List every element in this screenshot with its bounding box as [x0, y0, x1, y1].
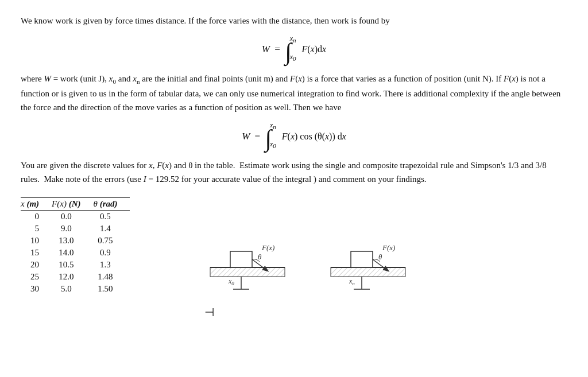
table-cell: 1.3: [94, 259, 130, 271]
equals-1: =: [272, 44, 283, 55]
svg-text:F(x): F(x): [382, 243, 395, 252]
intro-text: We know work is given by force times dis…: [21, 16, 390, 25]
table-cell: 30: [21, 283, 52, 295]
table-cell: 0: [21, 211, 52, 223]
diagram-right-svg: θ F(x) xn: [325, 226, 423, 301]
limits-2: xn x0: [270, 121, 276, 149]
table-cell: 25: [21, 271, 52, 283]
svg-rect-13: [351, 251, 373, 267]
table-cell: 0.5: [94, 211, 130, 223]
equals-2: =: [252, 131, 262, 142]
formula-1-display: W = ∫ xn x0 F(x)dx: [21, 36, 567, 64]
lower-limit-1: x0: [290, 53, 296, 62]
svg-text:θ: θ: [378, 252, 382, 261]
svg-text:F(x): F(x): [261, 243, 274, 252]
svg-text:θ: θ: [258, 252, 262, 261]
table-cell: 1.50: [94, 283, 130, 295]
table-cell: 5: [21, 223, 52, 235]
table-row: 1514.00.9: [21, 247, 130, 259]
table-row: 2512.01.48: [21, 271, 130, 283]
bottom-marker: ⊣: [204, 305, 567, 319]
table-cell: 9.0: [52, 223, 93, 235]
main-layout: x (m) F(x) (N) θ (rad) 00.00.559.01.4101…: [21, 192, 567, 319]
table-cell: 10: [21, 235, 52, 247]
svg-rect-1: [210, 267, 285, 277]
limits-1: xn x0: [290, 34, 296, 63]
table-cell: 10.5: [52, 259, 93, 271]
table-row: 305.01.50: [21, 283, 130, 295]
content-area: We know work is given by force times dis…: [21, 14, 567, 319]
svg-rect-11: [331, 267, 405, 277]
diagram-left: θ F(x) x0: [204, 226, 302, 303]
col-theta: θ (rad): [94, 198, 130, 211]
W-label-2: W: [242, 131, 250, 142]
data-table: x (m) F(x) (N) θ (rad) 00.00.559.01.4101…: [21, 197, 130, 295]
left-column: x (m) F(x) (N) θ (rad) 00.00.559.01.4101…: [21, 192, 193, 295]
table-cell: 20: [21, 259, 52, 271]
table-row: 00.00.5: [21, 211, 130, 223]
formula-1-expr: W = ∫ xn x0 F(x)dx: [262, 36, 326, 64]
table-cell: 0.9: [94, 247, 130, 259]
table-cell: 5.0: [52, 283, 93, 295]
integrand-2: F(x) cos (θ(x)) dx: [282, 131, 346, 142]
upper-limit-1: xn: [290, 34, 296, 44]
where-paragraph: where W = work (unit J), x0 and xn are t…: [21, 72, 567, 115]
table-cell: 1.4: [94, 223, 130, 235]
col-x: x (m): [21, 198, 52, 211]
table-row: 1013.00.75: [21, 235, 130, 247]
right-column: θ F(x) x0: [204, 192, 567, 319]
svg-text:x0: x0: [228, 277, 234, 286]
diagrams-container: θ F(x) x0: [204, 226, 567, 303]
upper-limit-2: xn: [270, 121, 276, 130]
integrand-1: F(x)dx: [301, 44, 326, 55]
table-cell: 14.0: [52, 247, 93, 259]
problem-paragraph: You are given the discrete values for x,…: [21, 158, 567, 186]
table-header: x (m) F(x) (N) θ (rad): [21, 198, 130, 211]
formula-2-display: W = ∫ xn x0 F(x) cos (θ(x)) dx: [21, 122, 567, 150]
W-label: W: [262, 44, 270, 55]
table-cell: 15: [21, 247, 52, 259]
col-fx: F(x) (N): [52, 198, 93, 211]
table-cell: 0.0: [52, 211, 93, 223]
table-cell: 0.75: [94, 235, 130, 247]
svg-text:xn: xn: [349, 277, 355, 286]
lower-limit-2: x0: [270, 140, 276, 149]
table-row: 2010.51.3: [21, 259, 130, 271]
svg-rect-3: [230, 251, 252, 267]
diagram-right: θ F(x) xn: [325, 226, 423, 303]
table-row: 59.01.4: [21, 223, 130, 235]
diagram-left-svg: θ F(x) x0: [204, 226, 302, 301]
table-cell: 12.0: [52, 271, 93, 283]
intro-paragraph: We know work is given by force times dis…: [21, 14, 567, 28]
table-cell: 13.0: [52, 235, 93, 247]
table-cell: 1.48: [94, 271, 130, 283]
table-body: 00.00.559.01.41013.00.751514.00.92010.51…: [21, 211, 130, 296]
header-row: x (m) F(x) (N) θ (rad): [21, 198, 130, 211]
formula-2-expr: W = ∫ xn x0 F(x) cos (θ(x)) dx: [242, 122, 346, 150]
